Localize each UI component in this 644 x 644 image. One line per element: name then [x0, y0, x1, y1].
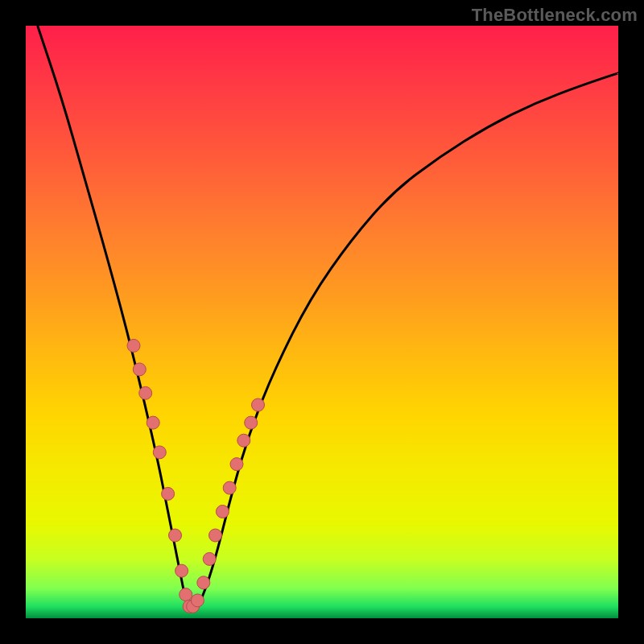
data-marker	[147, 416, 159, 429]
data-marker	[169, 529, 182, 542]
data-marker	[139, 386, 152, 399]
data-marker	[209, 529, 222, 542]
curve-svg	[26, 26, 618, 618]
bottleneck-curve	[38, 26, 618, 610]
data-marker	[197, 576, 210, 589]
data-marker	[223, 481, 236, 494]
data-marker	[191, 594, 204, 607]
data-marker	[237, 434, 250, 447]
data-marker	[230, 458, 243, 471]
plot-area	[26, 26, 618, 618]
data-marker	[203, 552, 216, 565]
data-marker	[162, 487, 175, 500]
data-marker	[153, 446, 166, 459]
data-marker	[127, 339, 140, 352]
data-marker	[245, 416, 258, 429]
watermark-text: TheBottleneck.com	[472, 5, 638, 26]
data-marker	[252, 398, 265, 411]
data-marker	[180, 588, 192, 601]
chart-container: TheBottleneck.com	[0, 0, 644, 644]
data-marker	[133, 363, 146, 376]
data-marker	[216, 506, 229, 518]
marker-group	[127, 339, 265, 613]
data-marker	[175, 564, 188, 577]
